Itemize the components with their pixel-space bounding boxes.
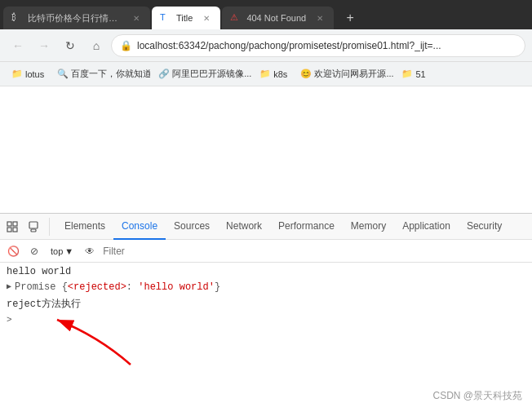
clear-console-button[interactable]: 🚫 [5,243,21,259]
inspect-element-icon[interactable] [3,218,21,236]
console-toolbar: 🚫 ⊘ top ▼ 👁 [0,240,532,263]
tab-favicon-btc: ₿ [11,12,23,24]
dt-tab-security[interactable]: Security [459,214,510,240]
refresh-button[interactable]: ↻ [59,34,82,57]
tab-close-btc[interactable]: ✕ [131,12,142,24]
svg-rect-2 [7,228,11,232]
svg-rect-3 [13,228,17,232]
tab-favicon-title: T [160,12,171,24]
bookmark-alibaba[interactable]: 🔗 阿里巴巴开源镜像... [153,66,251,82]
console-text-promise: Promise {<rejected>: 'hello world'} [15,281,220,293]
console-input-line: > [0,313,532,326]
url-text: localhost:63342/pachong/pachong/promiset… [137,40,441,51]
browser-window: ₿ 比特币价格今日行情_BTC价格... ✕ T Title ✕ ⚠ 404 N… [0,0,532,416]
promise-state: <rejected> [68,281,126,293]
device-toolbar-icon[interactable] [24,218,42,236]
bookmark-label-lotus: lotus [25,69,44,79]
bookmark-k8s[interactable]: 📁 k8s [255,67,292,81]
dt-tab-elements[interactable]: Elements [56,214,113,240]
bookmark-icon-baidu: 🔍 [57,69,69,79]
promise-expand-arrow[interactable]: ▶ [7,281,11,291]
dt-tab-console[interactable]: Console [113,214,166,240]
bookmark-icon-alibaba: 🔗 [158,69,170,79]
console-line-promise: ▶ Promise {<rejected>: 'hello world'} [0,280,532,295]
bookmark-label-51: 51 [415,69,425,79]
svg-rect-0 [7,222,11,226]
tab-bar: ₿ 比特币价格今日行情_BTC价格... ✕ T Title ✕ ⚠ 404 N… [0,0,532,29]
console-line-hello: hello world [0,264,532,280]
tab-404[interactable]: ⚠ 404 Not Found ✕ [222,7,334,29]
bookmark-icon-lotus: 📁 [11,69,23,79]
lock-icon: 🔒 [120,40,132,51]
tab-close-title[interactable]: ✕ [201,12,212,24]
bookmark-label-baidu: 百度一下，你就知道 [71,68,150,80]
devtools-tab-bar: Elements Console Sources Network Perform… [0,214,532,240]
promise-prefix: Promise { [15,281,68,293]
forward-button[interactable]: → [33,34,55,57]
dt-tab-application[interactable]: Application [394,214,459,240]
tab-title-active[interactable]: T Title ✕ [152,7,220,29]
bookmark-icon-51: 📁 [401,69,413,79]
dt-tab-network[interactable]: Network [218,214,270,240]
eye-icon[interactable]: 👁 [82,243,98,259]
nav-toolbar: ← → ↻ ⌂ 🔒 localhost:63342/pachong/pachon… [0,29,532,62]
context-dropdown-icon: ▼ [64,246,73,256]
address-bar[interactable]: 🔒 localhost:63342/pachong/pachong/promis… [111,34,525,57]
bookmark-icon-wangyi: 😊 [300,69,312,79]
promise-value: 'hello world' [138,281,215,293]
dt-tab-performance[interactable]: Performance [270,214,343,240]
svg-rect-1 [13,222,17,226]
bookmark-lotus[interactable]: 📁 lotus [7,67,49,81]
console-filter-input[interactable] [103,243,527,259]
back-button[interactable]: ← [7,34,29,57]
svg-rect-5 [31,229,36,232]
bookmark-51[interactable]: 📁 51 [397,67,430,81]
devtools-panel: Elements Console Sources Network Perform… [0,213,532,416]
console-prompt-icon: > [7,315,12,325]
promise-suffix: } [215,281,220,293]
filter-toggle-button[interactable]: ⊘ [26,243,42,259]
tab-btc[interactable]: ₿ 比特币价格今日行情_BTC价格... ✕ [3,7,150,29]
tab-favicon-404: ⚠ [230,12,242,24]
page-content [0,86,532,213]
tab-title-404: 404 Not Found [246,13,306,23]
tab-title-btc: 比特币价格今日行情_BTC价格... [28,12,122,24]
bookmark-label-wangyi: 欢迎访问网易开源... [314,68,393,80]
bookmark-label-alibaba: 阿里巴巴开源镜像... [172,68,251,80]
svg-rect-4 [29,222,38,228]
promise-colon: : [126,281,138,293]
console-line-reject: reject方法执行 [0,295,532,313]
context-label: top [51,246,63,256]
devtools-side-icons [3,218,50,236]
tab-close-404[interactable]: ✕ [314,12,326,24]
watermark: CSDN @景天科技苑 [432,389,522,403]
bookmark-baidu[interactable]: 🔍 百度一下，你就知道 [52,66,150,82]
bookmark-icon-k8s: 📁 [259,69,271,79]
console-text-hello: hello world [7,266,71,277]
dt-tab-memory[interactable]: Memory [343,214,394,240]
home-button[interactable]: ⌂ [85,34,108,57]
bookmark-label-k8s: k8s [273,69,287,79]
tab-title-label: Title [176,13,193,23]
bookmarks-bar: 📁 lotus 🔍 百度一下，你就知道 🔗 阿里巴巴开源镜像... 📁 k8s … [0,62,532,86]
context-selector[interactable]: top ▼ [47,245,77,258]
dt-tab-sources[interactable]: Sources [166,214,218,240]
bookmark-wangyi[interactable]: 😊 欢迎访问网易开源... [295,66,393,82]
console-text-reject: reject方法执行 [7,297,81,311]
new-tab-button[interactable]: + [339,7,361,29]
